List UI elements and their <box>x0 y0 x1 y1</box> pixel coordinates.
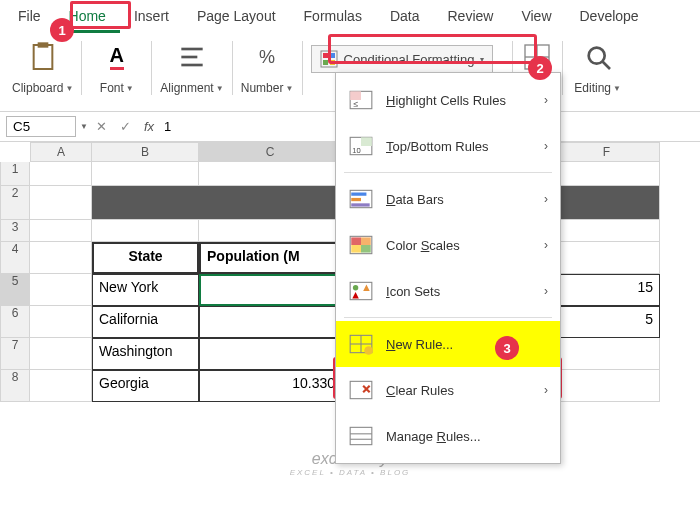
badge-2: 2 <box>528 56 552 80</box>
tab-view[interactable]: View <box>507 2 565 33</box>
editing-label: Editing <box>574 81 611 95</box>
chevron-right-icon: › <box>544 238 548 252</box>
cell-c5[interactable] <box>199 274 342 306</box>
cf-label: Conditional Formatting <box>344 52 475 67</box>
ribbon-clipboard[interactable]: Clipboard▼ <box>4 41 82 95</box>
col-header-f[interactable]: F <box>554 142 660 162</box>
svg-rect-26 <box>351 237 361 245</box>
row-header-5[interactable]: 5 <box>0 274 30 306</box>
dd-managerules[interactable]: Manage Rules... <box>336 413 560 459</box>
number-label: Number <box>241 81 284 95</box>
cf-icon <box>320 50 338 68</box>
cell[interactable] <box>554 242 660 274</box>
dd-managerules-label: Manage Rules... <box>386 429 548 444</box>
col-header-c[interactable]: C <box>199 142 342 162</box>
cell-c8[interactable]: 10.330 <box>199 370 342 402</box>
row-header-2[interactable]: 2 <box>0 186 30 220</box>
cell[interactable] <box>554 162 660 186</box>
tab-formulas[interactable]: Formulas <box>290 2 376 33</box>
name-box[interactable] <box>6 116 76 137</box>
databars-icon <box>348 186 374 212</box>
dd-newrule-label: New Rule... <box>386 337 548 352</box>
cell-c7[interactable] <box>199 338 342 370</box>
iconsets-icon <box>348 278 374 304</box>
col-header-b[interactable]: B <box>92 142 199 162</box>
cell-c6[interactable] <box>199 306 342 338</box>
cell[interactable] <box>30 370 92 402</box>
tab-review[interactable]: Review <box>434 2 508 33</box>
cell-b7[interactable]: Washington <box>92 338 199 370</box>
ribbon-editing[interactable]: Editing▼ <box>563 41 633 95</box>
cell[interactable] <box>30 242 92 274</box>
cell-b8[interactable]: Georgia <box>92 370 199 402</box>
chevron-down-icon[interactable]: ▼ <box>80 122 88 131</box>
dd-colorscales[interactable]: Color Scales › <box>336 222 560 268</box>
cell[interactable] <box>554 220 660 242</box>
row-header-1[interactable]: 1 <box>0 162 30 186</box>
row-header-4[interactable]: 4 <box>0 242 30 274</box>
dd-iconsets-label: Icon Sets <box>386 284 532 299</box>
cell[interactable] <box>30 162 92 186</box>
cell[interactable] <box>30 306 92 338</box>
cell[interactable] <box>30 186 92 220</box>
svg-rect-6 <box>323 53 328 58</box>
topbottom-icon: 10 <box>348 133 374 159</box>
svg-rect-8 <box>323 60 328 65</box>
cell-f5[interactable]: 15 <box>554 274 660 306</box>
chevron-down-icon: ▼ <box>285 84 293 93</box>
row-header-7[interactable]: 7 <box>0 338 30 370</box>
ribbon-font[interactable]: A Font▼ <box>82 41 152 95</box>
cell[interactable] <box>92 220 199 242</box>
svg-line-14 <box>602 61 610 69</box>
svg-rect-7 <box>330 53 335 58</box>
svg-rect-9 <box>330 60 335 65</box>
header-state[interactable]: State <box>92 242 199 274</box>
cell[interactable] <box>30 220 92 242</box>
chevron-down-icon: ▼ <box>65 84 73 93</box>
dd-databars[interactable]: Data Bars › <box>336 176 560 222</box>
header-pop[interactable]: Population (M <box>199 242 342 274</box>
ribbon-alignment[interactable]: Alignment▼ <box>152 41 232 95</box>
dd-iconsets[interactable]: Icon Sets › <box>336 268 560 314</box>
dd-colorscales-label: Color Scales <box>386 238 532 253</box>
dd-newrule[interactable]: New Rule... <box>336 321 560 367</box>
cell-b6[interactable]: California <box>92 306 199 338</box>
col-header-a[interactable]: A <box>30 142 92 162</box>
svg-point-31 <box>353 285 358 290</box>
svg-text:≤: ≤ <box>353 99 358 109</box>
cell[interactable] <box>199 162 342 186</box>
cell[interactable] <box>30 274 92 306</box>
row-header-6[interactable]: 6 <box>0 306 30 338</box>
colorscales-icon <box>348 232 374 258</box>
tab-developer[interactable]: Develope <box>566 2 653 33</box>
dd-topbottom[interactable]: 10 Top/Bottom Rules › <box>336 123 560 169</box>
cell-f6[interactable]: 5 <box>554 306 660 338</box>
fx-icon[interactable]: fx <box>144 119 154 134</box>
cell[interactable] <box>92 162 199 186</box>
tab-data[interactable]: Data <box>376 2 434 33</box>
row-header-8[interactable]: 8 <box>0 370 30 402</box>
svg-rect-23 <box>351 198 361 201</box>
cell[interactable] <box>554 338 660 370</box>
ribbon-number[interactable]: % Number▼ <box>233 41 303 95</box>
cell[interactable] <box>30 338 92 370</box>
tab-pagelayout[interactable]: Page Layout <box>183 2 290 33</box>
enter-formula-icon[interactable]: ✓ <box>116 119 136 134</box>
cell[interactable] <box>554 370 660 402</box>
clearrules-icon <box>348 377 374 403</box>
alignment-icon <box>176 41 208 73</box>
cell[interactable] <box>199 220 342 242</box>
svg-rect-27 <box>361 237 371 245</box>
svg-marker-32 <box>363 285 370 292</box>
svg-text:10: 10 <box>352 146 360 155</box>
cancel-formula-icon[interactable]: ✕ <box>92 119 112 134</box>
row-header-3[interactable]: 3 <box>0 220 30 242</box>
highlight-cells-icon: ≤ <box>348 87 374 113</box>
tab-file[interactable]: File <box>4 2 55 33</box>
conditional-formatting-button[interactable]: Conditional Formatting ▾ <box>311 45 494 73</box>
dd-clearrules[interactable]: Clear Rules › <box>336 367 560 413</box>
dd-highlight-cells[interactable]: ≤ Highlight Cells Rules › <box>336 77 560 123</box>
cell-b5[interactable]: New York <box>92 274 199 306</box>
tab-insert[interactable]: Insert <box>120 2 183 33</box>
svg-rect-39 <box>350 427 372 444</box>
